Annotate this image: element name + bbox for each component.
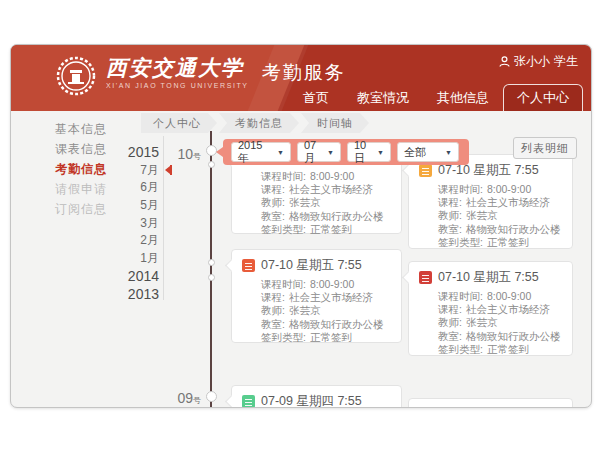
card-date: 07-10 星期五 7:55	[438, 269, 539, 286]
field-label: 签到类型:	[261, 223, 306, 235]
field-value: 正常签到	[310, 331, 352, 343]
screenshot-stage: 西安交通大学 XI'AN JIAO TONG UNIVERSITY 考勤服务 张…	[0, 0, 600, 450]
attendance-card: 07-10 星期五 7:55 课程时间:8:00-9:00 课程:社会主义市场经…	[231, 249, 402, 343]
user-name: 张小小	[514, 53, 550, 70]
month-item-3[interactable]: 3月	[11, 215, 159, 233]
sidebar-item-basic-info[interactable]: 基本信息	[55, 123, 145, 136]
user-role: 学生	[554, 53, 578, 70]
field-label: 教室:	[438, 330, 462, 342]
checkin-badge-orange-icon	[419, 164, 432, 177]
day-select[interactable]: 10日 ▼	[347, 142, 391, 162]
app-window: 西安交通大学 XI'AN JIAO TONG UNIVERSITY 考勤服务 张…	[10, 44, 592, 408]
field-value: 社会主义市场经济	[466, 303, 550, 315]
year-select[interactable]: 2015年 ▼	[231, 142, 291, 162]
year-nav-divider	[163, 136, 164, 300]
timeline-year-nav: 2015 7月 6月 5月 3月 2月 1月 2014 2013	[11, 144, 159, 303]
breadcrumb-item-timeline[interactable]: 时间轴	[301, 113, 369, 133]
field-label: 课程时间:	[261, 278, 306, 290]
year-item-2013[interactable]: 2013	[11, 286, 159, 304]
checkin-badge-red-icon	[419, 271, 432, 284]
field-label: 签到类型:	[438, 343, 483, 355]
month-item-7[interactable]: 7月	[11, 162, 159, 180]
dropdown-arrow-icon: ▼	[445, 149, 452, 156]
card-date: 07-10 星期五 7:55	[261, 257, 362, 274]
field-label: 签到类型:	[438, 236, 483, 248]
card-fields: 课程时间:8:00-9:00 课程:社会主义市场经济 教师:张芸京 教室:格物致…	[409, 182, 572, 255]
dropdown-arrow-icon: ▼	[277, 149, 284, 156]
dropdown-arrow-icon: ▼	[377, 149, 384, 156]
card-fields: 课程时间:8:00-9:00 课程:社会主义市场经济 教师:张芸京 教室:格物致…	[232, 277, 401, 350]
field-label: 课程时间:	[438, 183, 483, 195]
card-date: 07-09 星期四 7:55	[261, 393, 362, 408]
person-icon	[499, 56, 510, 67]
timeline-line	[210, 131, 212, 407]
field-value: 社会主义市场经济	[289, 183, 373, 195]
field-value: 8:00-9:00	[487, 290, 531, 302]
main-nav: 首页 教室情况 其他信息 个人中心	[289, 84, 583, 111]
app-title: 考勤服务	[262, 60, 346, 86]
attendance-card	[408, 398, 573, 408]
timeline-node	[208, 259, 215, 266]
content-area: 基本信息 课表信息 考勤信息 请假申请 订阅信息 个人中心 考勤信息 时间轴 2…	[11, 111, 591, 407]
card-fields: 课程时间:8:00-9:00 课程:社会主义市场经济 教师:张芸京 教室:格物致…	[409, 289, 572, 362]
filter-bubble: 2015年 ▼ 07月 ▼ 10日 ▼ 全部 ▼	[223, 139, 469, 165]
attendance-card: 07-10 星期五 7:55 课程时间:8:00-9:00 课程:社会主义市场经…	[408, 261, 573, 356]
nav-other-info[interactable]: 其他信息	[423, 84, 503, 111]
field-label: 教师:	[261, 304, 285, 316]
breadcrumb-item-personal-center[interactable]: 个人中心	[141, 113, 217, 133]
month-item-6[interactable]: 6月	[11, 179, 159, 197]
year-item-2014[interactable]: 2014	[11, 268, 159, 286]
field-value: 格物致知行政办公楼	[289, 210, 384, 222]
field-label: 课程:	[438, 303, 462, 315]
tab-personal-center[interactable]: 个人中心	[503, 84, 583, 111]
field-label: 课程时间:	[261, 170, 306, 182]
year-item-2015[interactable]: 2015	[11, 144, 159, 162]
attendance-card: 07-09 星期四 7:55	[231, 385, 402, 408]
field-label: 课程:	[261, 183, 285, 195]
field-value: 8:00-9:00	[487, 183, 531, 195]
field-value: 正常签到	[487, 343, 529, 355]
checkin-badge-vermillion-icon	[242, 259, 255, 272]
field-value: 社会主义市场经济	[289, 291, 373, 303]
nav-classrooms[interactable]: 教室情况	[343, 84, 423, 111]
user-info[interactable]: 张小小 学生	[499, 53, 578, 70]
breadcrumb-item-attendance[interactable]: 考勤信息	[219, 113, 299, 133]
field-value: 张芸京	[466, 316, 498, 328]
field-label: 课程时间:	[438, 290, 483, 302]
field-value: 张芸京	[466, 209, 498, 221]
field-value: 正常签到	[310, 223, 352, 235]
university-name-en: XI'AN JIAO TONG UNIVERSITY	[106, 82, 249, 89]
dropdown-arrow-icon: ▼	[327, 149, 334, 156]
field-label: 教室:	[438, 223, 462, 235]
month-select[interactable]: 07月 ▼	[297, 142, 341, 162]
field-label: 教师:	[438, 209, 462, 221]
app-header: 西安交通大学 XI'AN JIAO TONG UNIVERSITY 考勤服务 张…	[11, 45, 591, 111]
field-label: 教师:	[261, 196, 285, 208]
university-name: 西安交通大学	[106, 55, 249, 81]
checkin-badge-green-icon	[242, 395, 255, 408]
breadcrumb: 个人中心 考勤信息 时间轴	[141, 113, 371, 133]
timeline-node	[208, 274, 215, 281]
timeline-node	[208, 161, 215, 168]
field-label: 教师:	[438, 316, 462, 328]
list-detail-button[interactable]: 列表明细	[513, 137, 577, 159]
field-label: 课程:	[261, 291, 285, 303]
timeline-node	[206, 391, 217, 402]
field-label: 签到类型:	[261, 331, 306, 343]
month-item-5[interactable]: 5月	[11, 197, 159, 215]
current-month-marker-icon	[161, 166, 170, 174]
field-value: 8:00-9:00	[310, 278, 354, 290]
nav-home[interactable]: 首页	[289, 84, 343, 111]
type-select[interactable]: 全部 ▼	[397, 142, 459, 162]
field-value: 8:00-9:00	[310, 170, 354, 182]
field-label: 课程:	[438, 196, 462, 208]
university-emblem-icon	[55, 55, 97, 97]
month-item-1[interactable]: 1月	[11, 250, 159, 268]
field-value: 张芸京	[289, 196, 321, 208]
month-item-2[interactable]: 2月	[11, 232, 159, 250]
field-value: 社会主义市场经济	[466, 196, 550, 208]
field-value: 格物致知行政办公楼	[289, 318, 384, 330]
field-value: 格物致知行政办公楼	[466, 223, 561, 235]
field-label: 教室:	[261, 318, 285, 330]
field-value: 张芸京	[289, 304, 321, 316]
